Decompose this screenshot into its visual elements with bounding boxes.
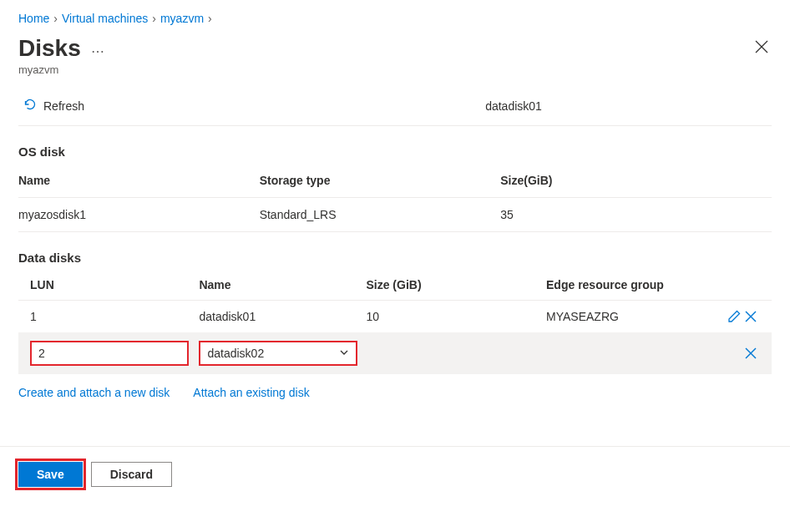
dd-col-lun: LUN [18,270,199,301]
disk-name-value: datadisk02 [207,347,264,360]
dd-lun: 1 [18,301,199,333]
refresh-icon [23,98,37,114]
lun-value: 2 [38,347,45,360]
footer-bar: Save Discard [0,446,790,502]
close-icon[interactable] [752,37,772,61]
os-col-name: Name [18,164,260,198]
dd-col-size: Size (GiB) [366,270,546,301]
chevron-right-icon: › [53,12,58,25]
remove-row-icon[interactable] [743,346,758,361]
dd-erg: MYASEAZRG [546,301,712,333]
detach-icon[interactable] [743,309,758,324]
attach-existing-disk-link[interactable]: Attach an existing disk [193,386,309,399]
page-subtitle: myazvm [18,63,772,76]
os-col-storage-type: Storage type [260,164,501,198]
os-disk-storage-type: Standard_LRS [260,198,501,232]
os-disk-name: myazosdisk1 [18,198,260,232]
data-disk-new-row: 2 datadisk02 [18,332,772,374]
os-disk-row: myazosdisk1 Standard_LRS 35 [18,198,772,232]
chevron-right-icon: › [208,12,212,25]
refresh-button[interactable]: Refresh [18,98,84,114]
save-button[interactable]: Save [18,462,83,487]
os-disk-section-title: OS disk [18,144,772,159]
dd-size: 10 [366,301,546,333]
dd-col-name: Name [199,270,366,301]
toolbar-context: datadisk01 [84,99,772,113]
breadcrumb-vm[interactable]: myazvm [160,12,204,25]
create-attach-new-disk-link[interactable]: Create and attach a new disk [18,386,170,399]
disk-name-dropdown[interactable]: datadisk02 [199,341,357,366]
os-col-size: Size(GiB) [500,164,772,198]
data-disk-row: 1 datadisk01 10 MYASEAZRG [18,301,772,333]
os-disk-size: 35 [500,198,772,232]
os-disk-table: Name Storage type Size(GiB) myazosdisk1 … [18,164,772,232]
lun-input[interactable]: 2 [30,341,189,366]
data-disks-table: LUN Name Size (GiB) Edge resource group … [18,270,772,374]
discard-button[interactable]: Discard [91,462,172,487]
chevron-right-icon: › [152,12,156,25]
breadcrumb: Home › Virtual machines › myazvm › [18,8,772,35]
more-actions-button[interactable]: ⋯ [91,43,104,59]
refresh-label: Refresh [43,99,84,113]
chevron-down-icon [339,347,349,360]
edit-icon[interactable] [727,309,742,324]
page-title: Disks [18,35,81,62]
breadcrumb-home[interactable]: Home [18,12,49,25]
breadcrumb-virtual-machines[interactable]: Virtual machines [62,12,148,25]
data-disks-section-title: Data disks [18,251,772,265]
dd-col-erg: Edge resource group [546,270,712,301]
dd-name: datadisk01 [199,301,366,333]
